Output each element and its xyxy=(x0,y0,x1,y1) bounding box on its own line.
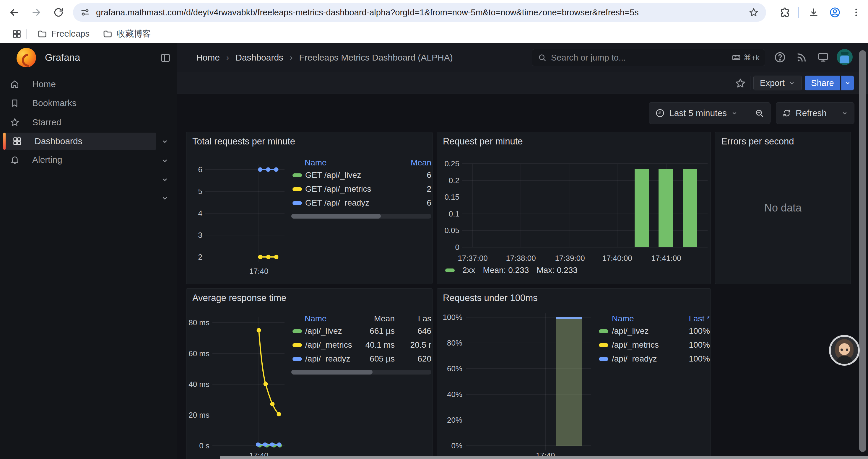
reload-icon[interactable] xyxy=(50,4,67,21)
chevron-down-icon xyxy=(731,109,738,117)
breadcrumb-home[interactable]: Home xyxy=(196,53,220,63)
sidebar: Grafana Home Bookmarks Starred Dashboard… xyxy=(0,43,177,459)
svg-text:0.05: 0.05 xyxy=(444,226,459,235)
series-color-pill xyxy=(292,329,302,333)
svg-text:0: 0 xyxy=(455,243,459,252)
legend-row[interactable]: /api/_livez 100% xyxy=(596,324,710,338)
bookmark-icon xyxy=(10,98,20,108)
legend-scrollbar[interactable] xyxy=(291,370,431,374)
sidebar-item-label: Dashboards xyxy=(35,136,83,146)
folder-icon xyxy=(37,29,47,39)
chevron-down-icon xyxy=(841,109,848,117)
panel-errors-per-second[interactable]: Errors per second No data xyxy=(715,132,851,284)
time-range-picker[interactable]: Last 5 minutes xyxy=(649,102,748,124)
sidebar-item-label: Alerting xyxy=(32,155,62,165)
collapse-sidebar-icon[interactable] xyxy=(159,52,172,64)
refresh-button[interactable]: Refresh xyxy=(776,102,835,124)
series-color-pill xyxy=(292,343,302,347)
svg-text:17:39:00: 17:39:00 xyxy=(555,254,585,263)
search-input[interactable]: Search or jump to... ⌘+k xyxy=(532,49,765,66)
breadcrumb-dashboards[interactable]: Dashboards xyxy=(236,53,283,63)
series-color-pill xyxy=(599,329,608,333)
refresh-interval-button[interactable] xyxy=(835,102,854,124)
sidebar-item-label: Starred xyxy=(32,117,61,127)
bookmark-label: 收藏博客 xyxy=(117,28,151,40)
chevron-down-icon[interactable] xyxy=(161,138,169,145)
legend-row[interactable]: GET /api/_readyz 6 xyxy=(291,196,431,210)
kiosk-monitor-icon[interactable] xyxy=(815,50,831,65)
sidebar-item-bookmarks[interactable]: Bookmarks xyxy=(3,95,156,112)
chevron-down-icon xyxy=(844,79,851,87)
page-scrollbar[interactable] xyxy=(859,50,866,452)
apps-grid-icon[interactable] xyxy=(12,29,22,39)
bookmark-star-icon[interactable] xyxy=(748,7,759,18)
legend-table: Name Mean GET /api/_livez 6 GET /api/_me… xyxy=(291,157,431,219)
url-text[interactable]: grafana.mathmast.com/d/deytv4rwavabkb/fr… xyxy=(96,8,748,18)
export-button[interactable]: Export xyxy=(753,76,802,90)
svg-text:0%: 0% xyxy=(451,441,462,450)
legend-header-mean[interactable]: Mean xyxy=(411,158,431,167)
sidebar-item-home[interactable]: Home xyxy=(3,76,156,93)
legend-row[interactable]: /api/_readyz 605 µs 620 xyxy=(291,352,431,366)
chevron-down-icon[interactable] xyxy=(161,194,169,202)
favorite-star-icon[interactable] xyxy=(735,77,746,89)
grafana-logo[interactable] xyxy=(17,48,36,67)
series-color-pill xyxy=(599,357,608,361)
panel-under-100ms[interactable]: Requests under 100ms 100% 80% 60% 40% 20… xyxy=(437,288,711,459)
sidebar-item-alerting[interactable]: Alerting xyxy=(3,151,156,168)
legend-row[interactable]: /api/_livez 661 µs 646 xyxy=(291,324,431,338)
sidebar-item-starred[interactable]: Starred xyxy=(3,114,156,131)
svg-text:100%: 100% xyxy=(443,313,463,322)
search-icon xyxy=(537,53,547,62)
bookmark-folder-freeleaps[interactable]: Freeleaps xyxy=(31,27,96,41)
legend-row[interactable]: GET /api/_metrics 2 xyxy=(291,182,431,196)
legend-row[interactable]: /api/_metrics 40.1 ms 20.5 r xyxy=(291,338,431,352)
panel-total-requests[interactable]: Total requests per minute 6 5 4 3 2 17:4… xyxy=(186,132,433,284)
panel-request-per-minute[interactable]: Request per minute 0.25 0.2 0.15 0.1 0.0… xyxy=(437,132,711,284)
bookmark-folder-blogs[interactable]: 收藏博客 xyxy=(96,27,157,41)
legend-header: Name Mean xyxy=(291,157,431,168)
share-menu-button[interactable] xyxy=(841,76,854,90)
rss-icon[interactable] xyxy=(794,50,809,65)
floating-assistant-avatar[interactable] xyxy=(829,335,860,366)
time-range-label: Last 5 minutes xyxy=(669,108,727,118)
legend-header-last[interactable]: Last * xyxy=(689,314,710,323)
help-icon[interactable] xyxy=(772,50,788,65)
legend-row[interactable]: /api/_readyz 100% xyxy=(596,352,710,366)
legend-header-last[interactable]: Las xyxy=(399,314,431,323)
extensions-icon[interactable] xyxy=(776,4,794,21)
bookmark-label: Freeleaps xyxy=(52,29,90,39)
back-icon[interactable] xyxy=(5,4,23,21)
sidebar-item-dashboards[interactable]: Dashboards xyxy=(3,133,156,150)
screen: grafana.mathmast.com/d/deytv4rwavabkb/fr… xyxy=(0,0,868,459)
legend-scrollbar[interactable] xyxy=(291,214,431,219)
user-avatar[interactable] xyxy=(837,49,852,65)
svg-text:80 ms: 80 ms xyxy=(188,318,210,327)
breadcrumb-current: Freeleaps Metrics Dashboard (ALPHA) xyxy=(299,53,453,63)
legend-header-mean[interactable]: Mean xyxy=(359,314,395,323)
legend-row[interactable]: /api/_metrics 100% xyxy=(596,338,710,352)
series-color-pill xyxy=(445,268,455,272)
keyboard-icon xyxy=(731,53,741,63)
legend-header-name[interactable]: Name xyxy=(612,314,634,323)
horizontal-scrollbar[interactable] xyxy=(220,456,868,459)
address-bar[interactable]: grafana.mathmast.com/d/deytv4rwavabkb/fr… xyxy=(73,3,766,22)
svg-text:40 ms: 40 ms xyxy=(188,380,210,389)
chevron-down-icon[interactable] xyxy=(161,176,169,184)
star-icon xyxy=(10,117,20,127)
svg-text:2: 2 xyxy=(198,253,203,261)
share-button[interactable]: Share xyxy=(805,76,840,90)
panel-avg-response-time[interactable]: Average response time 80 ms 60 ms 40 ms … xyxy=(186,288,433,459)
profile-icon[interactable] xyxy=(826,4,844,21)
legend-header-name[interactable]: Name xyxy=(305,314,359,323)
forward-icon[interactable] xyxy=(28,4,45,21)
chevron-down-icon[interactable] xyxy=(161,157,169,165)
zoom-out-button[interactable] xyxy=(748,102,770,124)
download-icon[interactable] xyxy=(805,4,823,21)
legend-header-name[interactable]: Name xyxy=(305,158,327,167)
site-settings-icon[interactable] xyxy=(80,7,90,18)
legend-row[interactable]: GET /api/_livez 6 xyxy=(291,168,431,182)
svg-text:3: 3 xyxy=(198,231,203,239)
legend[interactable]: 2xx Mean: 0.233 Max: 0.233 xyxy=(445,266,578,275)
browser-menu-icon[interactable] xyxy=(847,4,865,21)
